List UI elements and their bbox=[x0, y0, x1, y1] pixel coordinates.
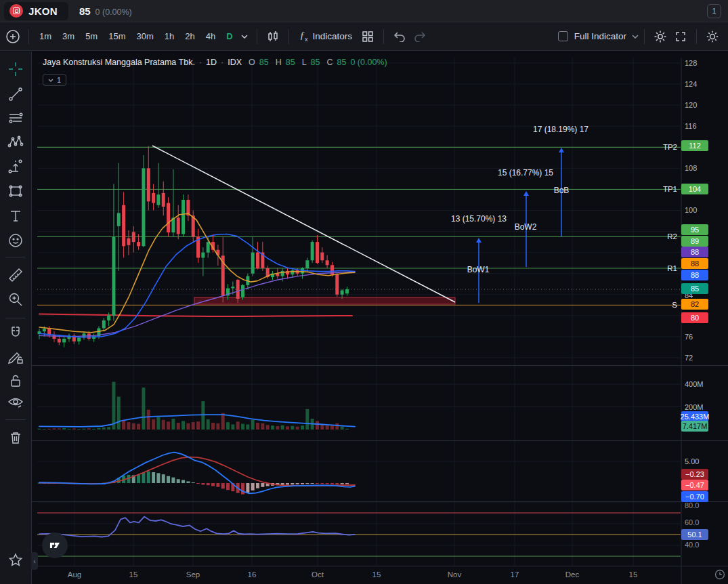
arrowhead-bow2 bbox=[523, 191, 529, 196]
candle-body bbox=[62, 339, 66, 342]
layout-select-button[interactable]: 1 bbox=[707, 4, 721, 18]
candle-body bbox=[152, 193, 155, 203]
star-icon[interactable] bbox=[6, 551, 25, 570]
full-indicator-label[interactable]: Full Indicator bbox=[574, 31, 626, 41]
tradingview-app: JKON 85 0 (0.00%) 1 1m3m5m15m30m1h2h4hD … bbox=[0, 0, 728, 584]
sidebar-divider bbox=[5, 419, 26, 420]
macd-histogram-bar bbox=[251, 483, 255, 491]
volume-bar bbox=[266, 425, 270, 430]
chart-canvas[interactable]: 13 (15.70%) 13BoW115 (16.77%) 15BoW217 (… bbox=[32, 51, 728, 584]
grid-layout-icon[interactable] bbox=[358, 26, 378, 47]
candle-body bbox=[147, 168, 150, 201]
arrowhead-bob bbox=[559, 148, 564, 152]
drawing-sidebar bbox=[0, 51, 32, 584]
trend-line-icon[interactable] bbox=[6, 85, 25, 104]
object-tree-toggle[interactable]: 1 bbox=[43, 74, 66, 86]
full-indicator-checkbox[interactable] bbox=[558, 31, 568, 41]
volume-bar bbox=[156, 417, 160, 430]
rectangle-icon[interactable] bbox=[6, 182, 25, 201]
volume-bar bbox=[276, 426, 279, 430]
long-position-icon[interactable] bbox=[6, 157, 25, 176]
macd-histogram-bar bbox=[201, 483, 205, 485]
timeframe-1h[interactable]: 1h bbox=[160, 28, 179, 44]
rsi-axis-label: 40.0 bbox=[685, 541, 699, 549]
toolbar-divider bbox=[383, 29, 384, 44]
level-label-tp2: TP2 bbox=[663, 143, 677, 151]
volume-bar bbox=[296, 427, 299, 430]
redo-icon[interactable] bbox=[410, 26, 430, 47]
hide-drawings-icon[interactable] bbox=[6, 393, 25, 412]
time-axis-label: Sep bbox=[186, 570, 200, 579]
candle-body bbox=[241, 285, 244, 297]
volume-badge: 25.433M bbox=[681, 413, 710, 421]
candle-body bbox=[326, 260, 329, 265]
xabcd-pattern-icon[interactable] bbox=[6, 133, 25, 152]
macd-histogram-bar bbox=[226, 483, 230, 490]
annotation-label: BoW2 bbox=[515, 222, 537, 232]
volume-bar bbox=[261, 423, 264, 430]
zoom-in-icon[interactable] bbox=[6, 290, 25, 309]
sidebar-collapse-handle[interactable]: ‹ bbox=[31, 552, 38, 570]
level-label-s: S bbox=[672, 301, 677, 309]
volume-axis-label: 400M bbox=[685, 380, 704, 388]
add-symbol-icon[interactable] bbox=[3, 26, 23, 47]
timeframe-2h[interactable]: 2h bbox=[180, 28, 199, 44]
volume-bar bbox=[335, 423, 339, 430]
trash-icon[interactable] bbox=[6, 428, 25, 447]
lock-icon[interactable] bbox=[6, 371, 25, 390]
magnet-icon[interactable] bbox=[6, 324, 25, 343]
timeframe-15m[interactable]: 15m bbox=[104, 28, 130, 44]
level-label-r1: R1 bbox=[667, 264, 677, 272]
volume-bar bbox=[52, 428, 56, 430]
horizontal-lines-icon[interactable] bbox=[6, 108, 25, 127]
timeframe-3m[interactable]: 3m bbox=[58, 28, 79, 44]
timeframe-30m[interactable]: 30m bbox=[131, 28, 158, 44]
macd-histogram-bar bbox=[196, 483, 200, 484]
macd-histogram-bar bbox=[311, 483, 314, 484]
trendline bbox=[152, 146, 455, 302]
volume-bar bbox=[92, 429, 95, 430]
emoji-icon[interactable] bbox=[6, 231, 25, 250]
time-axis-label: 17 bbox=[511, 570, 519, 579]
chart-area[interactable]: 13 (15.70%) 13BoW115 (16.77%) 15BoW217 (… bbox=[32, 51, 728, 584]
tradingview-logo[interactable] bbox=[42, 533, 68, 558]
symbol-search-button[interactable]: JKON bbox=[4, 2, 68, 20]
full-indicator-chevron-icon[interactable] bbox=[632, 35, 639, 39]
toolbar: 1m3m5m15m30m1h2h4hD ƒx Indicators Full I… bbox=[0, 22, 728, 51]
volume-bar bbox=[102, 427, 106, 430]
undo-icon[interactable] bbox=[389, 26, 410, 47]
candle-body bbox=[142, 168, 145, 246]
high-value: 85 bbox=[286, 58, 295, 67]
chart-interval[interactable]: 1D bbox=[206, 58, 217, 67]
volume-bar bbox=[281, 425, 284, 430]
volume-bar bbox=[72, 428, 76, 430]
interval-chevron-icon[interactable] bbox=[238, 26, 251, 47]
candle-body bbox=[251, 253, 255, 274]
timeframe-D-active[interactable]: D bbox=[221, 28, 237, 44]
sidebar-divider bbox=[5, 318, 26, 318]
chart-title[interactable]: Jaya Konstruksi Manggala Pratama Tbk. bbox=[43, 58, 195, 67]
settings-gear-icon[interactable] bbox=[650, 26, 670, 47]
candle-body bbox=[77, 337, 81, 341]
time-axis-label: Dec bbox=[565, 570, 580, 579]
crosshair-icon[interactable] bbox=[6, 60, 25, 79]
timeframe-1m[interactable]: 1m bbox=[35, 28, 56, 44]
chart-type-candles-icon[interactable] bbox=[263, 26, 283, 47]
ruler-icon[interactable] bbox=[6, 266, 25, 285]
time-axis-settings-icon[interactable] bbox=[716, 570, 725, 579]
fullscreen-icon[interactable] bbox=[670, 26, 691, 47]
brightness-icon[interactable] bbox=[702, 26, 723, 47]
timeframe-4h[interactable]: 4h bbox=[201, 28, 220, 44]
volume-bar bbox=[301, 425, 304, 430]
text-tool-icon[interactable] bbox=[6, 207, 25, 226]
draw-unlock-icon[interactable] bbox=[6, 348, 25, 367]
change-value: 0 (0.00%) bbox=[350, 58, 387, 67]
price-badge-82: 82 bbox=[691, 300, 699, 308]
indicators-button[interactable]: ƒx Indicators bbox=[295, 27, 358, 45]
timeframe-5m[interactable]: 5m bbox=[81, 28, 102, 44]
volume-bar bbox=[236, 421, 240, 430]
price-group: 85 0 (0.00%) bbox=[79, 5, 132, 17]
level-label-tp1: TP1 bbox=[663, 185, 677, 193]
candle-body bbox=[305, 260, 309, 268]
volume-bar bbox=[211, 423, 215, 430]
